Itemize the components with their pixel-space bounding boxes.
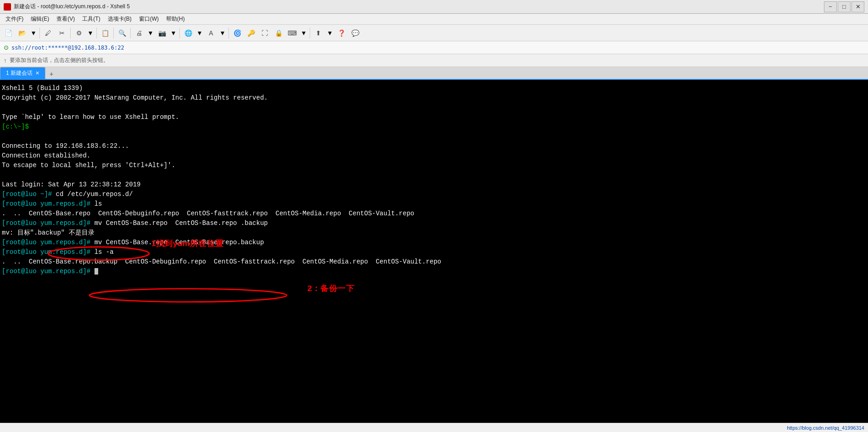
- help-button[interactable]: ❓: [335, 27, 348, 39]
- term-line-17: [root@luo yum.repos.d]# mv CentOS-Base.r…: [2, 238, 866, 247]
- menu-tabs[interactable]: 选项卡(B): [104, 14, 135, 24]
- term-line-13: [root@luo yum.repos.d]# ls: [2, 199, 866, 209]
- term-line-16: mv: 目标".backup" 不是目录: [2, 228, 866, 238]
- menu-edit[interactable]: 编辑(E): [27, 14, 53, 24]
- term-line-14: . .. CentOS-Base.repo CentOS-Debuginfo.r…: [2, 209, 866, 219]
- toolbar-sep-5: [130, 28, 131, 39]
- toolbar: 📄 📂 ▾ 🖊 ✂ ⚙ ▾ 📋 🔍 🖨 ▾ 📷 ▾ 🌐 ▾ A ▾ 🌀 🔑 ⛶ …: [0, 25, 868, 41]
- menu-tools[interactable]: 工具(T): [78, 14, 104, 24]
- menu-view[interactable]: 查看(V): [53, 14, 78, 24]
- screenshot-button[interactable]: 📷: [156, 27, 168, 39]
- status-link: https://blog.csdn.net/qq_41996314: [787, 425, 864, 431]
- lock-button[interactable]: 🔒: [272, 27, 285, 39]
- close-button[interactable]: ✕: [851, 1, 864, 12]
- toolbar-sep-8: [310, 28, 310, 39]
- window-title: 新建会话 - root@luo:/etc/yum.repos.d - Xshel…: [14, 3, 130, 11]
- screenshot-dropdown[interactable]: ▾: [169, 27, 178, 39]
- tab-new-session[interactable]: 1 新建会话 ✕: [0, 67, 45, 79]
- maximize-button[interactable]: □: [838, 1, 851, 12]
- properties-button[interactable]: ⚙: [72, 27, 85, 39]
- toolbar-sep-6: [179, 28, 180, 39]
- window-controls: − □ ✕: [824, 1, 864, 12]
- toolbar-sep-1: [39, 28, 40, 39]
- status-bar: https://blog.csdn.net/qq_41996314: [0, 423, 868, 432]
- terminal-container: Xshell 5 (Build 1339) Copyright (c) 2002…: [0, 80, 868, 423]
- term-line-15: [root@luo yum.repos.d]# mv CentOS-Base.r…: [2, 219, 866, 228]
- extra-dropdown[interactable]: ▾: [300, 27, 308, 39]
- term-line-18: [root@luo yum.repos.d]# ls -a: [2, 247, 866, 257]
- address-text: ssh://root:******@192.168.183.6:22: [11, 45, 124, 51]
- toolbar-sep-4: [113, 28, 114, 39]
- term-line-2: Copyright (c) 2002-2017 NetSarang Comput…: [2, 93, 866, 103]
- term-line-1: Xshell 5 (Build 1339): [2, 84, 866, 93]
- globe-button[interactable]: 🌐: [182, 27, 195, 39]
- menu-bar: 文件(F) 编辑(E) 查看(V) 工具(T) 选项卡(B) 窗口(W) 帮助(…: [0, 14, 868, 25]
- cursor: [95, 268, 98, 275]
- menu-help[interactable]: 帮助(H): [162, 14, 189, 24]
- session-hint-text: 要添加当前会话，点击左侧的箭头按钮。: [10, 56, 109, 64]
- tab-label: 1 新建会话: [6, 69, 33, 77]
- globe-dropdown[interactable]: ▾: [195, 27, 204, 39]
- session-bar: ↑ 要添加当前会话，点击左侧的箭头按钮。: [0, 54, 868, 67]
- toolbar-sep-3: [96, 28, 97, 39]
- print-dropdown[interactable]: ▾: [146, 27, 155, 39]
- tab-add-button[interactable]: +: [46, 69, 56, 79]
- new-button[interactable]: 📄: [2, 27, 15, 39]
- arrow-icon: ↑: [4, 57, 7, 64]
- open-button[interactable]: 📂: [16, 27, 28, 39]
- term-line-10: [2, 170, 866, 180]
- properties-dropdown[interactable]: ▾: [86, 27, 95, 39]
- term-line-4: Type `help' to learn how to use Xshell p…: [2, 112, 866, 122]
- term-line-7: Connecting to 192.168.183.6:22...: [2, 141, 866, 151]
- terminal[interactable]: Xshell 5 (Build 1339) Copyright (c) 2002…: [0, 80, 868, 280]
- svg-text:2：备份一下: 2：备份一下: [307, 284, 355, 293]
- term-line-5: [c:\~]$: [2, 122, 866, 132]
- app-window: 新建会话 - root@luo:/etc/yum.repos.d - Xshel…: [0, 0, 868, 432]
- toolbar-sep-2: [70, 28, 71, 39]
- title-bar-left: 新建会话 - root@luo:/etc/yum.repos.d - Xshel…: [4, 3, 130, 11]
- tab-close-button[interactable]: ✕: [35, 70, 39, 76]
- term-line-9: To escape to local shell, press 'Ctrl+Al…: [2, 161, 866, 170]
- highlight-button[interactable]: 🖊: [42, 27, 55, 39]
- term-line-3: [2, 103, 866, 112]
- term-line-20: [root@luo yum.repos.d]#: [2, 267, 866, 276]
- connection-icon: ⊙: [4, 44, 9, 51]
- font-dropdown[interactable]: ▾: [218, 27, 227, 39]
- zoom-button[interactable]: 🔍: [116, 27, 128, 39]
- toolbar-sep-7: [228, 28, 229, 39]
- clear-button[interactable]: ✂: [56, 27, 68, 39]
- menu-window[interactable]: 窗口(W): [135, 14, 162, 24]
- menu-file[interactable]: 文件(F): [2, 14, 27, 24]
- minimize-button[interactable]: −: [824, 1, 837, 12]
- address-bar: ⊙ ssh://root:******@192.168.183.6:22: [0, 41, 868, 54]
- copy-button[interactable]: 📋: [99, 27, 111, 39]
- open-dropdown[interactable]: ▾: [29, 27, 38, 39]
- chat-button[interactable]: 💬: [349, 27, 362, 39]
- key-button[interactable]: 🔑: [245, 27, 257, 39]
- title-bar: 新建会话 - root@luo:/etc/yum.repos.d - Xshel…: [0, 0, 868, 14]
- term-line-19: . .. CentOS-Base.repo.backup CentOS-Debu…: [2, 257, 866, 267]
- term-line-12: [root@luo ~]# cd /etc/yum.repos.d/: [2, 190, 866, 199]
- tab-bar: 1 新建会话 ✕ +: [0, 67, 868, 80]
- svg-point-1: [89, 289, 287, 302]
- upload-dropdown[interactable]: ▾: [326, 27, 334, 39]
- font-button[interactable]: A: [205, 27, 217, 39]
- expand-button[interactable]: ⛶: [258, 27, 271, 39]
- term-line-6: [2, 132, 866, 141]
- upload-button[interactable]: ⬆: [312, 27, 325, 39]
- script-button[interactable]: 🌀: [231, 27, 244, 39]
- term-line-11: Last login: Sat Apr 13 22:38:12 2019: [2, 180, 866, 190]
- app-icon: [4, 3, 11, 11]
- keyboard-button[interactable]: ⌨: [286, 27, 299, 39]
- print-button[interactable]: 🖨: [133, 27, 145, 39]
- term-line-8: Connection established.: [2, 151, 866, 161]
